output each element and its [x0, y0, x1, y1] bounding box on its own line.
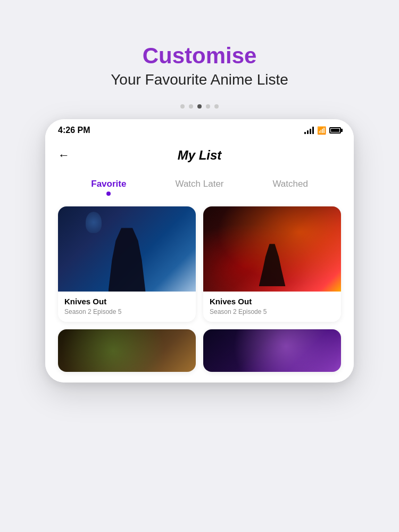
page-title-customise: Customise: [111, 43, 288, 69]
dot-3-active[interactable]: [197, 104, 202, 109]
anime-episode-1: Season 2 Episode 5: [64, 308, 189, 315]
battery-body: [329, 127, 341, 134]
dot-2[interactable]: [189, 104, 193, 109]
tab-watch-later[interactable]: Watch Later: [154, 173, 245, 196]
tab-watched[interactable]: Watched: [245, 173, 336, 196]
anime-card-3-partial[interactable]: [58, 329, 196, 372]
anime-card-1[interactable]: Knives Out Season 2 Episode 5: [58, 206, 196, 322]
anime-card-4-partial[interactable]: [203, 329, 341, 372]
anime-title-1: Knives Out: [64, 297, 189, 306]
anime-thumb-3: [58, 329, 196, 372]
battery-icon: [329, 127, 341, 134]
bar-3: [310, 129, 311, 134]
anime-thumb-1: [58, 206, 196, 292]
bar-1: [304, 132, 306, 134]
status-time: 4:26 PM: [58, 126, 90, 135]
anime-grid-partial: [58, 329, 341, 372]
tabs-container: Favorite Watch Later Watched: [58, 173, 341, 196]
app-page-title: My List: [178, 148, 222, 163]
status-bar: 4:26 PM 📶: [45, 119, 354, 139]
tab-favorite-label: Favorite: [91, 179, 126, 189]
wifi-icon: 📶: [317, 126, 326, 135]
anime-title-2: Knives Out: [210, 297, 335, 306]
anime-thumb-4: [203, 329, 341, 372]
anime-grid: Knives Out Season 2 Episode 5 Knives Out…: [58, 206, 341, 322]
bar-4: [312, 127, 314, 134]
phone-mockup: 4:26 PM 📶 ← My List Favori: [45, 119, 354, 383]
dot-1[interactable]: [180, 104, 185, 109]
anime-thumb-2: [203, 206, 341, 292]
tab-watch-later-label: Watch Later: [175, 179, 223, 189]
anime-episode-2: Season 2 Episode 5: [210, 308, 335, 315]
back-button[interactable]: ←: [58, 148, 70, 162]
status-icons: 📶: [304, 126, 341, 135]
page-subtitle: Your Favourite Anime Liste: [111, 71, 288, 88]
signal-icon: [304, 127, 314, 134]
tab-watched-label: Watched: [272, 179, 307, 189]
anime-info-2: Knives Out Season 2 Episode 5: [203, 292, 341, 322]
app-header: ← My List: [58, 139, 341, 173]
dot-4[interactable]: [206, 104, 210, 109]
anime-card-2[interactable]: Knives Out Season 2 Episode 5: [203, 206, 341, 322]
bar-2: [307, 130, 309, 134]
tab-favorite[interactable]: Favorite: [63, 173, 154, 196]
anime-info-1: Knives Out Season 2 Episode 5: [58, 292, 196, 322]
battery-fill: [331, 129, 339, 132]
pagination-dots: [180, 104, 219, 109]
dot-5[interactable]: [214, 104, 219, 109]
page-header: Customise Your Favourite Anime Liste: [111, 0, 288, 88]
app-content: ← My List Favorite Watch Later Watched K…: [45, 139, 354, 383]
